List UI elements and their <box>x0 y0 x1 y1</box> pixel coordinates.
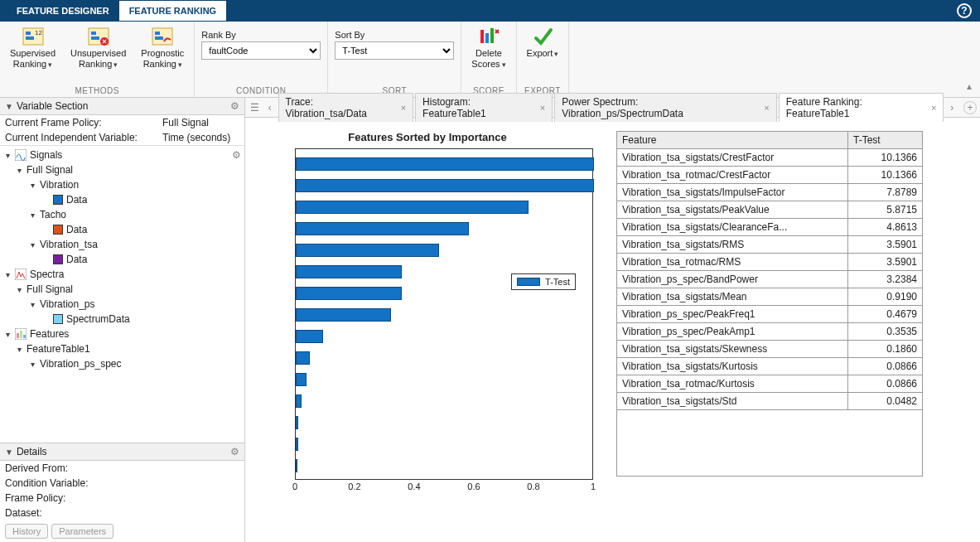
svg-rect-10 <box>155 36 163 40</box>
svg-rect-1 <box>26 31 31 35</box>
xtick-label: 0 <box>292 482 297 491</box>
indep-var-value: Time (seconds) <box>162 132 230 143</box>
table-row[interactable]: Vibration_tsa_sigstats/CrestFactor10.136… <box>617 149 923 167</box>
chart-bar <box>296 373 307 386</box>
variable-section-header[interactable]: ▼ Variable Section ⚙ <box>0 98 244 115</box>
add-tab-icon[interactable]: + <box>963 101 977 114</box>
table-row[interactable]: Vibration_tsa_sigstats/ClearanceFa...4.8… <box>617 219 923 236</box>
xtick-label: 1 <box>591 482 596 491</box>
svg-rect-12 <box>485 33 489 43</box>
tree-spectra[interactable]: ▾Spectra <box>0 267 244 282</box>
supervised-ranking-button[interactable]: 12 SupervisedRanking▾ <box>7 25 59 71</box>
unsupervised-label: UnsupervisedRanking <box>70 48 126 69</box>
cell-feature: Vibration_tsa_sigstats/RMS <box>617 236 848 254</box>
chart-bar <box>296 157 594 171</box>
table-row[interactable]: Vibration_ps_spec/PeakAmp10.3535 <box>617 323 923 341</box>
tree-features[interactable]: ▾Features <box>0 327 244 341</box>
tree-fullsignal[interactable]: ▾Full Signal <box>0 162 244 177</box>
cell-value: 10.1366 <box>848 149 923 167</box>
table-row[interactable]: Vibration_ps_spec/PeakFreq10.4679 <box>617 306 923 323</box>
close-icon[interactable]: × <box>401 103 406 113</box>
table-row[interactable]: Vibration_tsa_sigstats/Kurtosis0.0866 <box>617 358 923 375</box>
ribbon-collapse-icon[interactable]: ▴ <box>569 22 980 97</box>
cell-feature: Vibration_tsa_sigstats/CrestFactor <box>617 149 848 167</box>
cell-feature: Vibration_ps_spec/BandPower <box>617 271 848 288</box>
tab-feature-ranking[interactable]: FEATURE RANKING <box>119 1 227 21</box>
close-icon[interactable]: × <box>764 103 769 113</box>
tree-vibration-tsa[interactable]: ▾Vibration_tsa <box>0 237 244 252</box>
frame-policy-label: Current Frame Policy: <box>5 117 162 128</box>
cell-feature: Vibration_tsa_sigstats/ImpulseFactor <box>617 184 848 201</box>
cell-feature: Vibration_tsa_rotmac/CrestFactor <box>617 167 848 184</box>
gear-icon[interactable]: ⚙ <box>230 100 239 112</box>
close-icon[interactable]: × <box>540 103 545 113</box>
col-ttest[interactable]: T-Test <box>848 132 923 149</box>
cell-feature: Vibration_tsa_rotmac/RMS <box>617 254 848 271</box>
tree-signals[interactable]: ▾Signals⚙ <box>0 148 244 162</box>
close-icon[interactable]: × <box>931 103 936 113</box>
tree-vps-spec[interactable]: ▾Vibration_ps_spec <box>0 356 244 371</box>
chart-bar <box>296 394 302 408</box>
tab-prev-icon[interactable]: ‹ <box>263 102 277 114</box>
chart-bar <box>296 308 391 322</box>
export-label: Export <box>527 48 553 58</box>
unsupervised-ranking-button[interactable]: UnsupervisedRanking▾ <box>67 25 129 71</box>
gear-icon[interactable]: ⚙ <box>230 446 239 457</box>
app-titlebar: FEATURE DESIGNER FEATURE RANKING ? <box>0 0 980 22</box>
help-icon[interactable]: ? <box>957 3 972 18</box>
tree-fullsignal2[interactable]: ▾Full Signal <box>0 282 244 297</box>
tree-vibration-ps[interactable]: ▾Vibration_ps <box>0 297 244 312</box>
export-button[interactable]: Export▾ <box>524 25 562 60</box>
cell-feature: Vibration_tsa_sigstats/ClearanceFa... <box>617 219 848 236</box>
table-row[interactable]: Vibration_ps_spec/BandPower3.2384 <box>617 271 923 288</box>
table-row[interactable]: Vibration_tsa_sigstats/PeakValue5.8715 <box>617 201 923 219</box>
cell-feature: Vibration_tsa_sigstats/Kurtosis <box>617 358 848 375</box>
tree-vibration-data[interactable]: Data <box>0 192 244 207</box>
tree-tacho[interactable]: ▾Tacho <box>0 207 244 222</box>
delete-scores-label: DeleteScores <box>471 48 502 69</box>
cell-value: 10.1366 <box>848 167 923 184</box>
chart-bar <box>296 179 594 192</box>
table-row[interactable]: Vibration_tsa_sigstats/RMS3.5901 <box>617 236 923 254</box>
col-feature[interactable]: Feature <box>617 132 848 149</box>
tree-tacho-data[interactable]: Data <box>0 222 244 237</box>
variable-tree[interactable]: ▾Signals⚙ ▾Full Signal ▾Vibration Data ▾… <box>0 145 244 443</box>
sortby-select[interactable]: T-Test <box>335 41 454 60</box>
cell-feature: Vibration_tsa_sigstats/Skewness <box>617 341 848 358</box>
methods-title: METHODS <box>75 86 119 95</box>
details-panel: ▼Details⚙ Derived From: Condition Variab… <box>0 443 244 542</box>
delete-scores-button[interactable]: DeleteScores▾ <box>468 25 509 71</box>
dataset-detail: Dataset: <box>0 506 244 520</box>
tab-menu-icon[interactable]: ☰ <box>249 102 262 114</box>
chart-bar <box>296 244 439 257</box>
derived-from: Derived From: <box>0 461 244 476</box>
xtick-label: 0.8 <box>527 482 539 491</box>
tree-vibration[interactable]: ▾Vibration <box>0 177 244 192</box>
table-row[interactable]: Vibration_tsa_rotmac/CrestFactor10.1366 <box>617 167 923 184</box>
table-row[interactable]: Vibration_tsa_sigstats/Mean0.9190 <box>617 288 923 306</box>
cell-value: 5.8715 <box>848 201 923 219</box>
parameters-button[interactable]: Parameters <box>51 524 113 539</box>
history-button[interactable]: History <box>5 524 48 539</box>
table-row[interactable]: Vibration_tsa_sigstats/Std0.0482 <box>617 393 923 410</box>
tree-spectrumdata[interactable]: SpectrumData <box>0 312 244 327</box>
chart-bar <box>296 265 402 278</box>
table-row[interactable]: Vibration_tsa_rotmac/Kurtosis0.0866 <box>617 375 923 393</box>
table-row[interactable]: Vibration_tsa_sigstats/ImpulseFactor7.87… <box>617 184 923 201</box>
table-row[interactable]: Vibration_tsa_rotmac/RMS3.5901 <box>617 254 923 271</box>
chart-legend: T-Test <box>511 273 576 290</box>
svg-rect-9 <box>155 31 160 35</box>
svg-text:12: 12 <box>35 29 42 36</box>
document-tabstrip: ☰ ‹ Trace: Vibration_tsa/Data× Histogram… <box>245 98 980 118</box>
table-row[interactable]: Vibration_tsa_sigstats/Skewness0.1860 <box>617 341 923 358</box>
tab-next-icon[interactable]: › <box>945 102 958 114</box>
prognostic-ranking-button[interactable]: PrognosticRanking▾ <box>138 25 187 71</box>
cell-value: 3.5901 <box>848 236 923 254</box>
tab-feature-designer[interactable]: FEATURE DESIGNER <box>7 1 119 21</box>
tree-vibration-tsa-data[interactable]: Data <box>0 252 244 267</box>
rankby-select[interactable]: faultCode <box>201 41 321 60</box>
tree-featuretable1[interactable]: ▾FeatureTable1 <box>0 341 244 356</box>
details-header[interactable]: ▼Details⚙ <box>0 443 244 461</box>
chart-bar <box>296 459 297 472</box>
cell-value: 4.8613 <box>848 219 923 236</box>
